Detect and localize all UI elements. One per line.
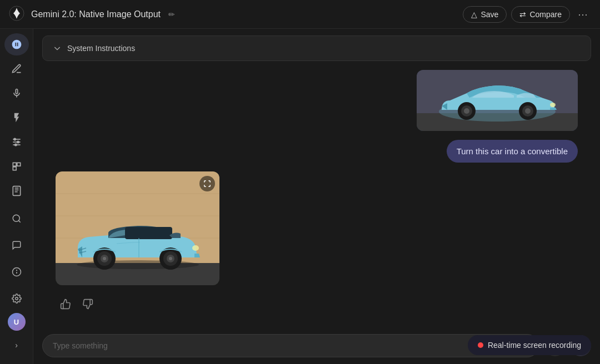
svg-point-26	[464, 108, 469, 114]
svg-rect-9	[13, 167, 16, 170]
svg-point-47	[192, 245, 199, 251]
svg-point-19	[15, 297, 18, 300]
svg-rect-10	[13, 186, 20, 196]
svg-point-30	[550, 103, 556, 107]
svg-point-5	[17, 141, 18, 143]
svg-rect-37	[125, 227, 172, 239]
main-content: System Instructions	[33, 29, 600, 364]
svg-point-46	[169, 257, 172, 260]
svg-point-6	[14, 144, 16, 145]
avatar[interactable]: U	[8, 313, 26, 331]
save-icon: △	[471, 10, 477, 19]
sidebar-item-settings[interactable]	[4, 286, 29, 311]
compare-button[interactable]: ⇄ Compare	[511, 6, 570, 23]
sidebar-item-info[interactable]	[4, 260, 29, 284]
svg-point-42	[103, 257, 106, 260]
page-title: Gemini 2.0: Native Image Output ✏	[31, 7, 463, 22]
svg-line-15	[18, 220, 20, 222]
chat-input-area: Type something	[42, 334, 539, 357]
sidebar-item-mic[interactable]	[4, 82, 29, 104]
sidebar-item-chat[interactable]	[4, 33, 29, 55]
svg-point-14	[13, 215, 19, 221]
thumbs-down-button[interactable]	[80, 296, 96, 315]
recording-label: Real-time screen recording	[488, 341, 581, 350]
sidebar-expand-button[interactable]: ›	[4, 333, 29, 357]
sidebar: U ›	[0, 0, 33, 364]
recording-dot	[478, 342, 483, 348]
top-bar-actions: △ Save ⇄ Compare ⋯	[463, 5, 591, 24]
user-bubble: Turn this car into a convertible	[447, 140, 578, 163]
sidebar-item-sliders[interactable]	[4, 131, 29, 153]
save-button[interactable]: △ Save	[463, 6, 507, 23]
ai-image-message	[44, 171, 589, 285]
svg-point-29	[525, 108, 531, 114]
svg-rect-7	[13, 163, 16, 166]
app-logo	[9, 6, 24, 23]
image-expand-button[interactable]	[199, 176, 215, 191]
top-bar: Gemini 2.0: Native Image Output ✏ △ Save…	[0, 0, 600, 29]
edit-title-button[interactable]: ✏	[165, 7, 178, 22]
svg-point-4	[14, 138, 16, 140]
compare-icon: ⇄	[519, 10, 526, 19]
user-text-message: Turn this car into a convertible	[44, 140, 589, 163]
system-instructions-bar[interactable]: System Instructions	[42, 36, 591, 61]
sidebar-item-layers[interactable]	[4, 155, 29, 178]
system-instructions-label: System Instructions	[67, 44, 135, 53]
user-image-message	[44, 70, 589, 131]
original-car-image	[417, 70, 578, 131]
chevron-down-icon	[53, 44, 62, 53]
sidebar-item-flash[interactable]	[4, 107, 29, 129]
sidebar-item-search[interactable]	[4, 206, 29, 231]
sidebar-item-feedback[interactable]	[4, 233, 29, 257]
user-message-text: Turn this car into a convertible	[457, 146, 568, 156]
sidebar-item-new-chat[interactable]	[4, 58, 29, 80]
recording-badge: Real-time screen recording	[468, 335, 591, 355]
sidebar-item-notebook[interactable]	[4, 180, 29, 202]
svg-rect-8	[17, 163, 20, 166]
converted-car-image	[56, 171, 219, 285]
more-options-button[interactable]: ⋯	[574, 5, 591, 24]
chat-area: Turn this car into a convertible	[33, 61, 600, 364]
input-placeholder: Type something	[53, 341, 108, 350]
thumbs-up-button[interactable]	[58, 296, 73, 315]
feedback-row	[44, 294, 589, 315]
